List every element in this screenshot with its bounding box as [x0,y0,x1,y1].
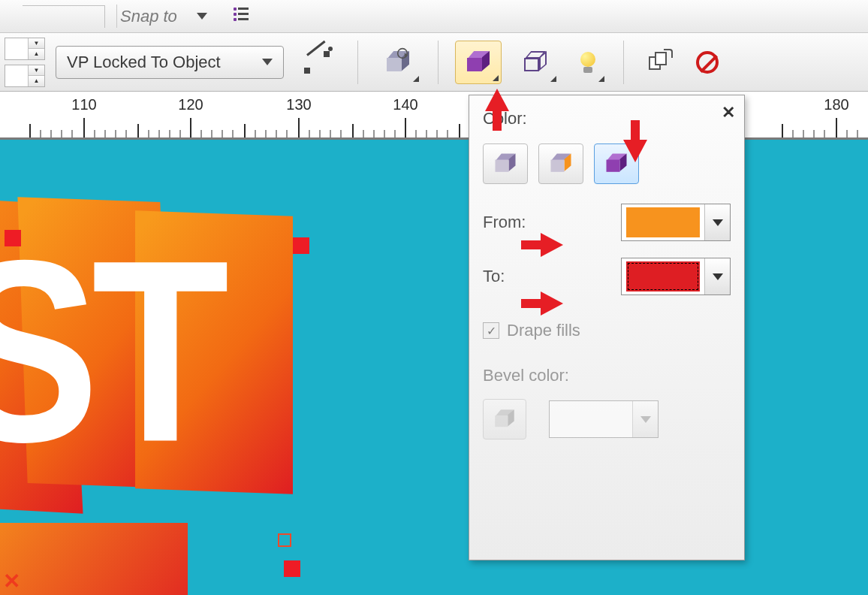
vp-line-icon [304,51,331,74]
bevel-color-picker [549,400,659,438]
extrude-color-flyout: ✕ Color: From: To: ✓ Drape fills Bevel c… [469,95,745,560]
from-color-swatch [626,207,700,237]
ruler-tick: 180 [824,96,848,113]
annotation-arrow-right-icon [541,233,563,257]
extrude-bevel-button[interactable] [512,41,559,84]
close-button[interactable]: ✕ [722,103,735,122]
selection-center-handle[interactable] [278,533,291,547]
annotation-arrow-up-icon [485,89,509,111]
annotation-arrow-down-icon [623,140,647,162]
chevron-down-icon [704,204,730,240]
chevron-down-icon [704,258,730,294]
chevron-down-icon [632,401,658,437]
drape-fills-label: Drape fills [507,321,580,340]
annotation-arrow-right-icon [541,291,563,316]
selection-handle[interactable] [284,560,300,577]
copy-icon [649,52,670,73]
from-color-label: From: [483,213,526,232]
use-solid-color-button[interactable] [538,143,583,184]
copy-extrude-button[interactable] [640,41,678,84]
extrude-toolbar: ▼▲ ▼▲ VP Locked To Object [0,33,868,92]
extruded-text-object[interactable]: ST [0,200,360,595]
bevel-color-label: Bevel color: [483,366,731,385]
selection-origin-icon[interactable]: ✕ [3,569,20,593]
chevron-down-icon [262,59,273,65]
vp-dropdown-label: VP Locked To Object [67,53,221,72]
bevel-mode-button [483,399,526,439]
drape-fills-checkbox[interactable]: ✓ Drape fills [483,321,731,340]
to-color-label: To: [483,267,505,286]
ruler-tick: 140 [393,96,417,113]
extrude-lighting-button[interactable] [569,41,607,84]
vanishing-point-dropdown[interactable]: VP Locked To Object [56,46,284,79]
to-color-swatch [626,261,700,291]
cube-wire-icon [524,51,547,74]
flyout-title: Color: [483,109,731,128]
snap-to-label: Snap to [120,7,177,26]
spinner-2[interactable]: ▼▲ [5,65,45,87]
lightbulb-icon [580,52,596,73]
toolbar-top: Snap to [0,0,868,33]
from-color-picker[interactable] [621,204,731,241]
checkbox-icon: ✓ [483,322,499,339]
cube-solid-icon [467,51,490,74]
ruler-tick: 110 [71,96,96,113]
chevron-down-icon [197,13,207,20]
selection-handle[interactable] [5,230,21,246]
page-vp-button[interactable] [294,41,341,84]
ruler-tick: 120 [178,96,203,113]
ruler-tick: 130 [286,96,311,113]
extrude-rotation-button[interactable] [375,41,421,84]
use-object-fill-button[interactable] [483,143,528,184]
options-icon[interactable] [230,8,252,26]
clear-extrude-button[interactable] [689,41,726,84]
artwork-text: ST [0,201,222,500]
snap-to-dropdown[interactable]: Snap to [120,7,207,26]
extrude-color-button[interactable] [455,41,502,84]
bevel-color-swatch [554,404,628,434]
rotate-icon [397,47,408,58]
to-color-picker[interactable] [621,258,731,295]
clear-icon [696,51,719,74]
spinner-1[interactable]: ▼▲ [5,38,45,60]
selection-handle[interactable] [293,237,309,254]
